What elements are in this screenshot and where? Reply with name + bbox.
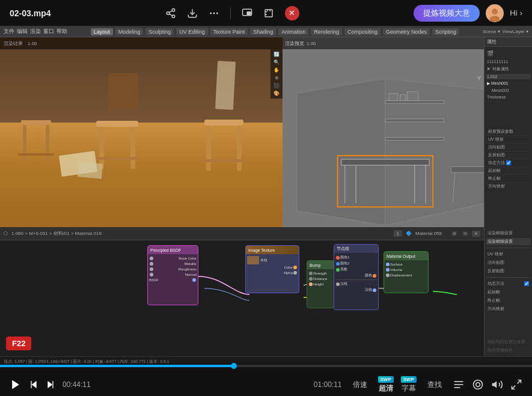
cast-button[interactable] xyxy=(472,379,484,391)
top-section: 渲染结果 1.00 🔄 🔍 ✋ ⊕ ⬛ 🎨 xyxy=(0,37,532,227)
chevron-icon: › xyxy=(520,8,522,17)
viewport-tool-6[interactable]: 🎨 xyxy=(274,91,280,96)
caption-button[interactable]: 字幕 xyxy=(402,383,416,394)
render-view-label: 渲染结果 xyxy=(4,40,23,47)
viewport-tool-3[interactable]: ✋ xyxy=(274,67,280,73)
video-title: 02-03.mp4 xyxy=(10,8,50,18)
hd-button[interactable]: 超清 xyxy=(379,383,393,394)
wireframe-viewport: X Z Y 渲染预览 1.00 透视 属性 xyxy=(283,37,532,227)
svg-point-2 xyxy=(172,15,175,18)
viewport-tool-2[interactable]: 🔍 xyxy=(274,59,280,65)
download-button[interactable] xyxy=(187,8,198,19)
node-tool-2[interactable]: ⊟ xyxy=(461,231,469,237)
tab-compositing[interactable]: Compositing xyxy=(344,28,381,35)
pip-button[interactable] xyxy=(242,8,252,19)
svg-point-17 xyxy=(492,8,498,14)
more-button[interactable] xyxy=(209,8,219,19)
status-text: 顶点: 1,097 | 面: 1,050/1,134(+84)T | 面片: 4… xyxy=(4,359,170,364)
node-tool-1[interactable]: ⊞ xyxy=(450,231,459,237)
hi-label: Hi xyxy=(510,8,517,17)
menu-help[interactable]: 帮助 xyxy=(57,28,67,35)
np-item-7: 终止帧 xyxy=(486,297,531,304)
video-progress-area xyxy=(0,364,532,368)
prop-mesh-002[interactable]: Mesh002 xyxy=(491,88,510,93)
prop-normal-map: 法向贴图 xyxy=(486,144,531,151)
swp-badge-1: SWP xyxy=(378,376,394,383)
tab-shading[interactable]: Shading xyxy=(250,28,276,35)
blender-version: Scene ▾ xyxy=(483,29,500,34)
bottom-controls: 00:44:11 01:00:11 倍速 SWP 超清 SWP 字幕 查找 xyxy=(0,368,532,396)
svg-rect-39 xyxy=(385,100,444,103)
progress-handle[interactable] xyxy=(231,363,237,369)
viewport-tool-1[interactable]: 🔄 xyxy=(274,52,280,57)
tab-animation[interactable]: Animation xyxy=(278,28,308,35)
tab-modeling[interactable]: Modeling xyxy=(115,28,144,35)
prop-mesh-001[interactable]: ▶ Mesh001 xyxy=(486,81,510,87)
np-status2: 按任意键操作 xyxy=(486,347,531,354)
find-button[interactable]: 查找 xyxy=(424,379,445,391)
tab-uv[interactable]: UV Editing xyxy=(176,28,208,35)
menu-file[interactable]: 文件 xyxy=(4,28,14,35)
blender-view-layer: ViewLayer ▾ xyxy=(503,29,528,34)
prev-button[interactable] xyxy=(29,380,38,389)
svg-rect-25 xyxy=(130,127,135,169)
svg-text:Y: Y xyxy=(477,75,481,81)
time-total: 01:00:11 xyxy=(314,380,342,389)
tab-rendering[interactable]: Rendering xyxy=(311,28,342,35)
play-button[interactable] xyxy=(10,379,22,391)
prop-end-frame: 终止帧 xyxy=(486,175,531,183)
prop-scene[interactable]: 🎬 xyxy=(486,49,531,58)
top-bar-right: 提炼视频大意 Hi › xyxy=(414,4,522,22)
tab-layout[interactable]: Layout xyxy=(91,28,113,35)
top-bar-center: ✕ xyxy=(165,6,299,20)
svg-rect-24 xyxy=(99,127,104,169)
svg-rect-48 xyxy=(408,92,418,101)
svg-marker-55 xyxy=(12,380,19,389)
svg-rect-26 xyxy=(95,157,139,160)
node-tool-icons: ⊞ ⊟ ✕ xyxy=(450,231,480,237)
menu-render[interactable]: 渲染 xyxy=(30,28,41,35)
tab-geometry[interactable]: Geometry Nodes xyxy=(383,28,430,35)
svg-point-63 xyxy=(474,380,483,389)
hi-button[interactable]: Hi › xyxy=(510,8,522,17)
svg-rect-11 xyxy=(265,10,272,17)
svg-point-64 xyxy=(476,383,480,387)
share-button[interactable] xyxy=(165,8,176,19)
tab-sculpting[interactable]: Sculpting xyxy=(145,28,174,35)
next-button[interactable] xyxy=(46,380,55,389)
np-item-4: 反射贴图 xyxy=(486,267,531,275)
speed-button[interactable]: 倍速 xyxy=(349,379,371,391)
svg-point-1 xyxy=(167,11,170,14)
svg-rect-34 xyxy=(341,159,429,165)
crop-button[interactable] xyxy=(263,8,274,19)
menu-edit[interactable]: 编辑 xyxy=(17,28,28,35)
progress-track[interactable] xyxy=(0,365,532,367)
dynamic-checkbox[interactable] xyxy=(506,160,511,165)
volume-button[interactable] xyxy=(491,379,503,391)
viewport-tool-5[interactable]: ⬛ xyxy=(274,83,280,88)
close-button[interactable]: ✕ xyxy=(285,6,299,20)
playlist-button[interactable] xyxy=(453,379,465,391)
svg-marker-65 xyxy=(492,381,497,388)
svg-marker-32 xyxy=(297,79,385,225)
fullscreen-button[interactable] xyxy=(510,379,522,391)
svg-line-4 xyxy=(169,10,172,12)
user-avatar xyxy=(486,4,504,22)
f22-key-overlay: F22 xyxy=(6,337,31,350)
viewport-tool-4[interactable]: ⊕ xyxy=(275,75,279,81)
prop-mesh[interactable]: 1.002 xyxy=(486,74,531,79)
tab-texture[interactable]: Texture Paint xyxy=(210,28,248,35)
node-editor: ⬡ 1.060 > M+9.031 > 材料/01 > Material.019… xyxy=(0,227,484,356)
menu-window[interactable]: 窗口 xyxy=(43,28,54,35)
np-item-5: 动态方法 xyxy=(486,280,531,287)
prop-material-preset: 材质预设参数 xyxy=(486,128,531,136)
render-viewport: 渲染结果 1.00 🔄 🔍 ✋ ⊕ ⬛ 🎨 xyxy=(0,37,283,227)
node-tool-3[interactable]: ✕ xyxy=(472,231,480,237)
summarize-button[interactable]: 提炼视频大意 xyxy=(414,5,480,22)
prop-1111: 111111111 xyxy=(486,59,509,64)
prop-thick: Thickness xyxy=(486,94,507,100)
tab-scripting[interactable]: Scripting xyxy=(432,28,459,35)
node-coord: 节点组 颜色1 颜色2 系数 颜色 法线 法线 xyxy=(334,244,379,310)
node-right-panel: 渲染精细设置 渲染精细设置 UV 映射 法向贴图 反射贴图 动态方法 起始帧 终… xyxy=(484,227,532,356)
np-item-active: 渲染精细设置 xyxy=(486,238,531,245)
